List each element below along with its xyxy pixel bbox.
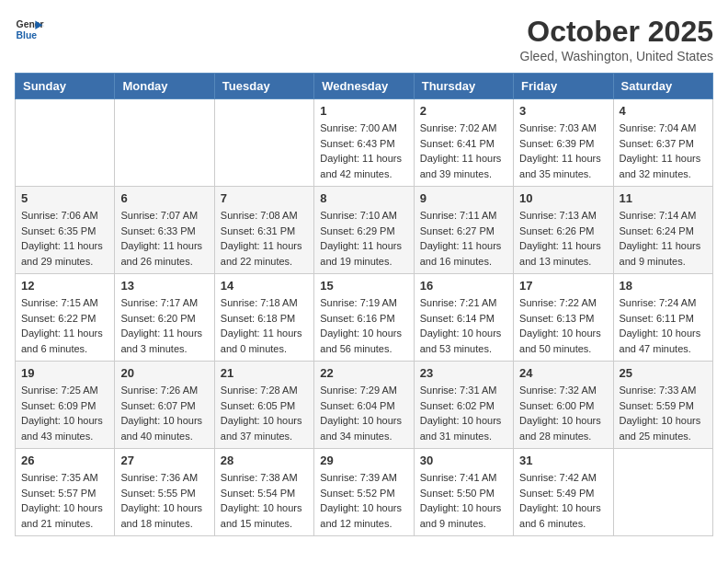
calendar-cell [613, 449, 712, 536]
calendar-cell: 24Sunrise: 7:32 AM Sunset: 6:00 PM Dayli… [514, 362, 613, 449]
day-number: 24 [519, 366, 607, 380]
calendar-cell: 26Sunrise: 7:35 AM Sunset: 5:57 PM Dayli… [16, 449, 115, 536]
calendar-cell: 16Sunrise: 7:21 AM Sunset: 6:14 PM Dayli… [414, 274, 513, 362]
calendar-cell: 23Sunrise: 7:31 AM Sunset: 6:02 PM Dayli… [414, 362, 513, 449]
logo-icon: General Blue [15, 15, 44, 44]
day-number: 29 [320, 454, 407, 467]
calendar-cell [16, 99, 115, 187]
day-number: 20 [120, 366, 208, 380]
calendar-cell: 13Sunrise: 7:17 AM Sunset: 6:20 PM Dayli… [115, 274, 214, 362]
day-info: Sunrise: 7:39 AM Sunset: 5:52 PM Dayligh… [320, 470, 407, 531]
day-number: 11 [620, 191, 707, 205]
calendar-cell [115, 99, 214, 187]
calendar-cell: 6Sunrise: 7:07 AM Sunset: 6:33 PM Daylig… [115, 187, 214, 274]
day-number: 16 [420, 279, 507, 293]
calendar-cell: 17Sunrise: 7:22 AM Sunset: 6:13 PM Dayli… [514, 274, 613, 362]
day-number: 17 [519, 279, 607, 293]
calendar-cell: 18Sunrise: 7:24 AM Sunset: 6:11 PM Dayli… [613, 274, 712, 362]
day-info: Sunrise: 7:28 AM Sunset: 6:05 PM Dayligh… [221, 383, 308, 443]
calendar-cell: 3Sunrise: 7:03 AM Sunset: 6:39 PM Daylig… [514, 99, 613, 187]
calendar-cell: 1Sunrise: 7:00 AM Sunset: 6:43 PM Daylig… [314, 99, 414, 187]
calendar-cell: 15Sunrise: 7:19 AM Sunset: 6:16 PM Dayli… [314, 274, 414, 362]
day-number: 22 [320, 366, 407, 380]
day-info: Sunrise: 7:10 AM Sunset: 6:29 PM Dayligh… [320, 208, 407, 269]
day-number: 15 [320, 279, 407, 293]
svg-text:Blue: Blue [17, 30, 38, 40]
calendar-cell: 20Sunrise: 7:26 AM Sunset: 6:07 PM Dayli… [115, 362, 214, 449]
day-info: Sunrise: 7:13 AM Sunset: 6:26 PM Dayligh… [519, 208, 607, 269]
day-number: 8 [320, 191, 407, 205]
calendar-header-row: SundayMondayTuesdayWednesdayThursdayFrid… [16, 74, 713, 99]
calendar-cell: 9Sunrise: 7:11 AM Sunset: 6:27 PM Daylig… [414, 187, 513, 274]
day-info: Sunrise: 7:21 AM Sunset: 6:14 PM Dayligh… [420, 295, 507, 356]
column-header-wednesday: Wednesday [314, 74, 414, 99]
location-label: Gleed, Washington, United States [520, 49, 713, 63]
calendar-week-row: 19Sunrise: 7:25 AM Sunset: 6:09 PM Dayli… [16, 362, 713, 449]
calendar-cell: 28Sunrise: 7:38 AM Sunset: 5:54 PM Dayli… [214, 449, 313, 536]
day-number: 27 [120, 454, 208, 467]
day-number: 25 [620, 366, 707, 380]
page-header: General Blue October 2025 Gleed, Washing… [15, 15, 713, 63]
day-number: 31 [519, 454, 607, 467]
day-number: 28 [221, 454, 308, 467]
day-info: Sunrise: 7:36 AM Sunset: 5:55 PM Dayligh… [120, 470, 208, 531]
day-info: Sunrise: 7:22 AM Sunset: 6:13 PM Dayligh… [519, 295, 607, 356]
day-info: Sunrise: 7:29 AM Sunset: 6:04 PM Dayligh… [320, 383, 407, 443]
calendar-week-row: 1Sunrise: 7:00 AM Sunset: 6:43 PM Daylig… [16, 99, 713, 187]
column-header-sunday: Sunday [16, 74, 115, 99]
day-number: 2 [420, 104, 507, 118]
day-number: 23 [420, 366, 507, 380]
day-info: Sunrise: 7:26 AM Sunset: 6:07 PM Dayligh… [120, 383, 208, 443]
day-info: Sunrise: 7:17 AM Sunset: 6:20 PM Dayligh… [120, 295, 208, 356]
day-info: Sunrise: 7:31 AM Sunset: 6:02 PM Dayligh… [420, 383, 507, 443]
day-info: Sunrise: 7:02 AM Sunset: 6:41 PM Dayligh… [420, 121, 507, 181]
day-info: Sunrise: 7:00 AM Sunset: 6:43 PM Dayligh… [320, 121, 407, 181]
calendar-cell: 14Sunrise: 7:18 AM Sunset: 6:18 PM Dayli… [214, 274, 313, 362]
day-number: 7 [221, 191, 308, 205]
day-number: 19 [21, 366, 108, 380]
calendar-cell: 2Sunrise: 7:02 AM Sunset: 6:41 PM Daylig… [414, 99, 513, 187]
day-info: Sunrise: 7:14 AM Sunset: 6:24 PM Dayligh… [620, 208, 707, 269]
day-number: 21 [221, 366, 308, 380]
calendar-cell: 29Sunrise: 7:39 AM Sunset: 5:52 PM Dayli… [314, 449, 414, 536]
column-header-monday: Monday [115, 74, 214, 99]
calendar-cell [214, 99, 313, 187]
day-number: 18 [620, 279, 707, 293]
day-info: Sunrise: 7:11 AM Sunset: 6:27 PM Dayligh… [420, 208, 507, 269]
day-number: 4 [620, 104, 707, 118]
calendar-cell: 7Sunrise: 7:08 AM Sunset: 6:31 PM Daylig… [214, 187, 313, 274]
calendar-cell: 21Sunrise: 7:28 AM Sunset: 6:05 PM Dayli… [214, 362, 313, 449]
day-info: Sunrise: 7:32 AM Sunset: 6:00 PM Dayligh… [519, 383, 607, 443]
calendar-week-row: 5Sunrise: 7:06 AM Sunset: 6:35 PM Daylig… [16, 187, 713, 274]
calendar-cell: 22Sunrise: 7:29 AM Sunset: 6:04 PM Dayli… [314, 362, 414, 449]
day-info: Sunrise: 7:08 AM Sunset: 6:31 PM Dayligh… [221, 208, 308, 269]
day-number: 1 [320, 104, 407, 118]
column-header-tuesday: Tuesday [214, 74, 313, 99]
calendar-week-row: 12Sunrise: 7:15 AM Sunset: 6:22 PM Dayli… [16, 274, 713, 362]
day-info: Sunrise: 7:38 AM Sunset: 5:54 PM Dayligh… [221, 470, 308, 531]
day-info: Sunrise: 7:25 AM Sunset: 6:09 PM Dayligh… [21, 383, 108, 443]
calendar-cell: 10Sunrise: 7:13 AM Sunset: 6:26 PM Dayli… [514, 187, 613, 274]
day-info: Sunrise: 7:18 AM Sunset: 6:18 PM Dayligh… [221, 295, 308, 356]
calendar-cell: 11Sunrise: 7:14 AM Sunset: 6:24 PM Dayli… [613, 187, 712, 274]
day-info: Sunrise: 7:07 AM Sunset: 6:33 PM Dayligh… [120, 208, 208, 269]
day-number: 3 [519, 104, 607, 118]
calendar-cell: 27Sunrise: 7:36 AM Sunset: 5:55 PM Dayli… [115, 449, 214, 536]
calendar-cell: 12Sunrise: 7:15 AM Sunset: 6:22 PM Dayli… [16, 274, 115, 362]
calendar-cell: 30Sunrise: 7:41 AM Sunset: 5:50 PM Dayli… [414, 449, 513, 536]
day-number: 13 [120, 279, 208, 293]
day-number: 6 [120, 191, 208, 205]
day-info: Sunrise: 7:15 AM Sunset: 6:22 PM Dayligh… [21, 295, 108, 356]
title-area: October 2025 Gleed, Washington, United S… [520, 15, 713, 63]
calendar-cell: 4Sunrise: 7:04 AM Sunset: 6:37 PM Daylig… [613, 99, 712, 187]
day-info: Sunrise: 7:33 AM Sunset: 5:59 PM Dayligh… [620, 383, 707, 443]
day-number: 10 [519, 191, 607, 205]
day-info: Sunrise: 7:03 AM Sunset: 6:39 PM Dayligh… [519, 121, 607, 181]
column-header-thursday: Thursday [414, 74, 513, 99]
calendar-cell: 19Sunrise: 7:25 AM Sunset: 6:09 PM Dayli… [16, 362, 115, 449]
calendar-cell: 5Sunrise: 7:06 AM Sunset: 6:35 PM Daylig… [16, 187, 115, 274]
logo: General Blue [15, 15, 44, 44]
day-info: Sunrise: 7:42 AM Sunset: 5:49 PM Dayligh… [519, 470, 607, 531]
calendar-cell: 31Sunrise: 7:42 AM Sunset: 5:49 PM Dayli… [514, 449, 613, 536]
month-title: October 2025 [520, 15, 713, 49]
